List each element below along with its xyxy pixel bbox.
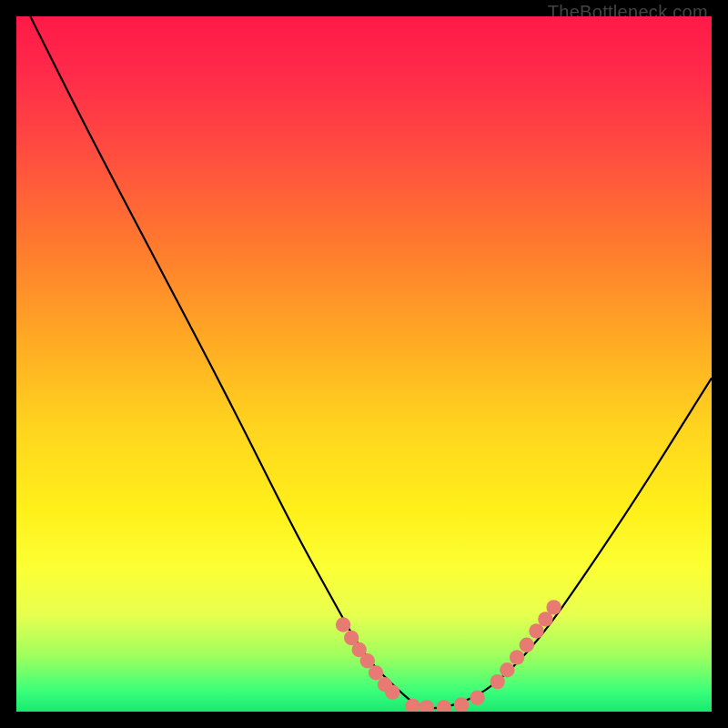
marker-dots — [336, 600, 561, 712]
chart-plot-area — [16, 16, 712, 712]
marker-dot — [420, 700, 434, 712]
marker-dot — [369, 665, 383, 680]
marker-dot — [385, 684, 399, 699]
marker-dot — [529, 623, 543, 638]
marker-dot — [510, 650, 524, 664]
chart-svg — [16, 16, 712, 712]
marker-dot — [437, 700, 451, 712]
marker-dot — [405, 699, 420, 712]
marker-dot — [546, 600, 561, 614]
marker-dot — [520, 638, 534, 652]
marker-dot — [500, 662, 514, 677]
curve-line — [30, 16, 712, 708]
chart-frame: TheBottleneck.com — [0, 0, 728, 728]
marker-dot — [336, 617, 350, 632]
marker-dot — [490, 674, 505, 689]
curve-path — [30, 16, 712, 708]
marker-dot — [454, 697, 469, 712]
marker-dot — [470, 691, 484, 705]
